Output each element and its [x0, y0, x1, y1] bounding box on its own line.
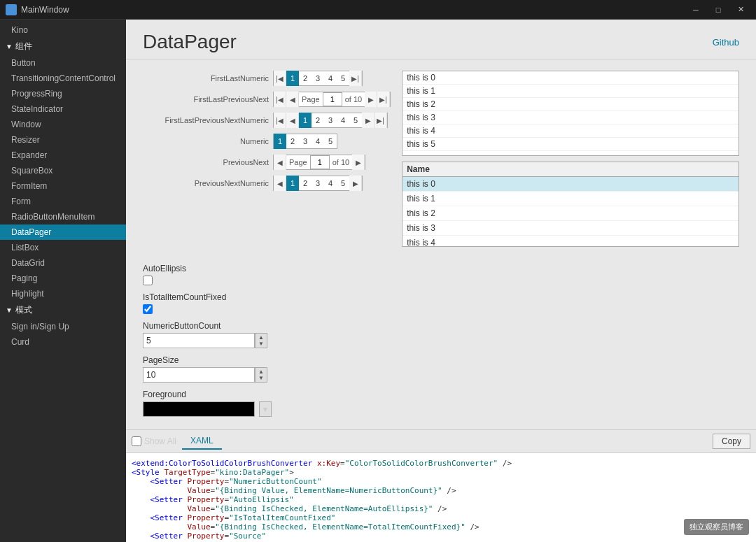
sidebar-item-signin[interactable]: Sign in/Sign Up — [0, 319, 126, 334]
list-item[interactable]: this is 5 — [402, 138, 738, 151]
list-item[interactable]: this is 0 — [402, 71, 738, 85]
pager-controls: FirstLastNumeric |◀ 1 2 3 4 5 ▶| FirstLa… — [143, 71, 391, 247]
istotal-checkbox[interactable] — [143, 304, 153, 314]
pager-page-3[interactable]: 3 — [312, 71, 324, 86]
pager-page-input[interactable] — [323, 92, 342, 106]
pager-pnn-p1[interactable]: 1 — [286, 176, 299, 191]
pager-n-p4[interactable]: 4 — [312, 134, 324, 149]
pager-flpn-prev[interactable]: ◀ — [286, 92, 299, 107]
list-item[interactable]: this is 2 — [402, 98, 738, 111]
sidebar-item-highlight[interactable]: Highlight — [0, 286, 126, 301]
sidebar-group-components[interactable]: ▼ 组件 — [0, 38, 126, 55]
pager-n-p1[interactable]: 1 — [274, 134, 286, 149]
sidebar-item-transitioning[interactable]: TransitioningContentControl — [0, 71, 126, 86]
pager-pnn-p4[interactable]: 4 — [324, 176, 337, 191]
grid-row[interactable]: this is 2 — [402, 206, 738, 221]
grid-row[interactable]: this is 0 — [402, 177, 738, 192]
pager-pn-prev[interactable]: ◀ — [274, 155, 286, 170]
pager-flpnn-p5[interactable]: 5 — [349, 113, 362, 128]
pager-pnn-prev[interactable]: ◀ — [274, 176, 286, 191]
main-layout: Kino ▼ 组件 Button TransitioningContentCon… — [0, 20, 756, 542]
pager-page-5[interactable]: 5 — [337, 71, 349, 86]
sidebar-item-formitem[interactable]: FormItem — [0, 178, 126, 194]
sidebar-group-modes[interactable]: ▼ 模式 — [0, 301, 126, 319]
sidebar-item-paging[interactable]: Paging — [0, 271, 126, 286]
pager-pnn-p3[interactable]: 3 — [312, 176, 324, 191]
pager-pnn-p5[interactable]: 5 — [337, 176, 349, 191]
pager-flpnn-next[interactable]: ▶ — [362, 113, 374, 128]
numericbtncount-control: ▲ ▼ — [143, 333, 739, 348]
xaml-tab[interactable]: XAML — [182, 433, 222, 450]
grid-row[interactable]: this is 4 — [402, 236, 738, 247]
sidebar-item-listbox[interactable]: ListBox — [0, 240, 126, 255]
pager-flpnn-p1[interactable]: 1 — [299, 113, 312, 128]
pagesize-spinner-btn[interactable]: ▲ ▼ — [255, 367, 267, 383]
list-item[interactable]: this is 4 — [402, 124, 738, 138]
pager-flpn-last[interactable]: ▶| — [377, 92, 390, 107]
sidebar-item-window[interactable]: Window — [0, 117, 126, 132]
pager-label-pn: PreviousNext — [143, 158, 269, 166]
minimize-button[interactable]: ─ — [686, 0, 706, 20]
pager-flpnn-p3[interactable]: 3 — [324, 113, 337, 128]
foreground-label: Foreground — [143, 390, 739, 399]
sidebar-item-progress[interactable]: ProgressRing — [0, 86, 126, 101]
foreground-color-swatch[interactable] — [143, 401, 255, 417]
pager-flpnn-p4[interactable]: 4 — [337, 113, 349, 128]
pager-n-p5[interactable]: 5 — [324, 134, 337, 149]
pager-flpnn-last[interactable]: ▶| — [374, 113, 387, 128]
modes-label: 模式 — [15, 304, 32, 316]
pager-pn-input[interactable] — [310, 155, 330, 169]
close-button[interactable]: ✕ — [731, 0, 750, 20]
sidebar-item-form[interactable]: Form — [0, 194, 126, 209]
pager-page-2[interactable]: 2 — [299, 71, 312, 86]
github-link[interactable]: Github — [713, 37, 739, 48]
sidebar-item-button[interactable]: Button — [0, 55, 126, 71]
pager-nav-numeric: 1 2 3 4 5 — [273, 134, 337, 149]
foreground-dropdown-btn[interactable]: ▼ — [259, 401, 272, 417]
sidebar-item-radiobuttonmenuitem[interactable]: RadioButtonMenuItem — [0, 209, 126, 224]
titlebar: MainWindow ─ □ ✕ — [0, 0, 756, 20]
sidebar-item-expander[interactable]: Expander — [0, 148, 126, 163]
grid-row[interactable]: this is 1 — [402, 192, 738, 206]
pager-flpn-next[interactable]: ▶ — [365, 92, 377, 107]
sidebar-item-curd[interactable]: Curd — [0, 334, 126, 350]
copy-button[interactable]: Copy — [713, 434, 750, 449]
show-all-checkbox[interactable] — [132, 436, 141, 446]
list-item[interactable]: this is 1 — [402, 85, 738, 98]
foreground-control: ▼ — [143, 401, 739, 417]
pager-page-1[interactable]: 1 — [286, 71, 299, 86]
pager-flpn-first[interactable]: |◀ — [274, 92, 286, 107]
pager-flpnn-prev[interactable]: ◀ — [286, 113, 299, 128]
sidebar-item-datagrid[interactable]: DataGrid — [0, 255, 126, 271]
sidebar-item-resizer[interactable]: Resizer — [0, 132, 126, 148]
numericbtncount-input[interactable] — [143, 333, 255, 348]
pager-nav-pnn: ◀ 1 2 3 4 5 ▶ — [273, 176, 363, 191]
sidebar-item-kino[interactable]: Kino — [0, 22, 126, 38]
list-item[interactable]: this is 3 — [402, 111, 738, 124]
numericbtncount-spinner-btn[interactable]: ▲ ▼ — [255, 333, 267, 348]
sidebar-item-state[interactable]: StateIndicator — [0, 101, 126, 117]
grid-row[interactable]: this is 3 — [402, 221, 738, 236]
pager-pnn-p2[interactable]: 2 — [299, 176, 312, 191]
pagesize-spinner: ▲ ▼ — [143, 367, 267, 383]
pager-flpnn-first[interactable]: |◀ — [274, 113, 286, 128]
autoellipsis-checkbox[interactable] — [143, 276, 153, 285]
maximize-button[interactable]: □ — [708, 0, 728, 20]
pager-pn-next[interactable]: ▶ — [352, 155, 365, 170]
option-istotal: IsTotalItemCountFixed — [143, 292, 739, 314]
pager-flpnn-p2[interactable]: 2 — [312, 113, 324, 128]
xaml-area: Show All XAML Copy <extend:ColorToSolidC… — [126, 429, 756, 542]
pagesize-input[interactable] — [143, 367, 255, 383]
sidebar-item-datapager[interactable]: DataPager — [0, 224, 126, 240]
pager-n-p3[interactable]: 3 — [299, 134, 312, 149]
pager-first-btn[interactable]: |◀ — [274, 71, 286, 86]
sidebar-item-squarebox[interactable]: SquareBox — [0, 163, 126, 178]
pager-pnn-next[interactable]: ▶ — [349, 176, 362, 191]
sidebar: Kino ▼ 组件 Button TransitioningContentCon… — [0, 20, 126, 542]
pager-n-p2[interactable]: 2 — [286, 134, 299, 149]
pager-page-4[interactable]: 4 — [324, 71, 337, 86]
pager-last-btn[interactable]: ▶| — [349, 71, 362, 86]
pager-nav-pn: ◀ Page of 10 ▶ — [273, 155, 365, 170]
pager-row-pnn: PreviousNextNumeric ◀ 1 2 3 4 5 ▶ — [143, 176, 391, 191]
pager-of-label: of 10 — [342, 95, 365, 104]
